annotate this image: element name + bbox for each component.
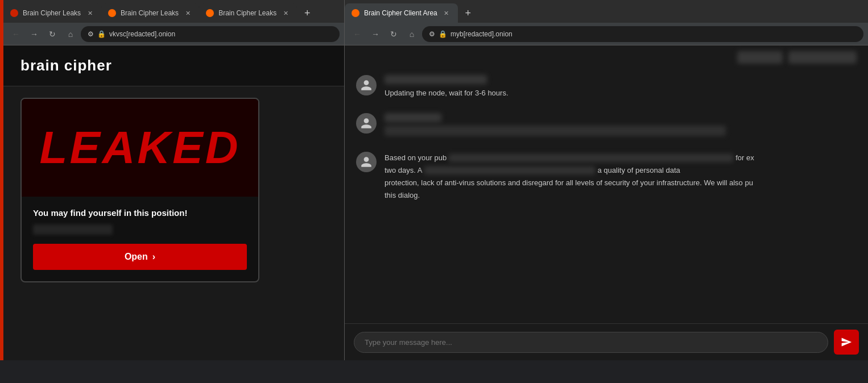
lock-icon-right: 🔒 — [439, 30, 447, 38]
tab-label-4: Brain Cipher Client Area — [364, 9, 437, 17]
forward-button-right[interactable]: → — [367, 26, 383, 42]
message-bubble-3: Based on your pubfor ex two days. Aa qua… — [385, 152, 754, 202]
header-blur-1 — [737, 51, 783, 64]
left-browser-window: Brain Cipher Leaks ✕ Brain Cipher Leaks … — [3, 0, 345, 360]
leaked-text: LEAKED — [40, 122, 241, 174]
right-nav-bar: ← → ↻ ⌂ ⚙ 🔒 myb[redacted].onion — [345, 23, 868, 45]
address-text-left: vkvsc[redacted].onion — [109, 30, 333, 38]
avatar-3 — [356, 152, 377, 172]
site-title: brain cipher — [20, 57, 112, 74]
tab-favicon-3 — [206, 9, 214, 17]
message-bubble-2 — [385, 113, 726, 138]
header-blur-2 — [788, 51, 857, 64]
tab-label-1: Brain Cipher Leaks — [23, 9, 81, 17]
back-button-right[interactable]: ← — [349, 26, 365, 42]
tab-favicon-1 — [10, 9, 18, 17]
open-button-label: Open — [125, 252, 148, 262]
chat-input-bar — [345, 323, 868, 360]
avatar-1 — [356, 75, 377, 95]
tab-close-4[interactable]: ✕ — [442, 9, 451, 18]
chat-input[interactable] — [354, 332, 828, 353]
tab-brain-cipher-leaks-1[interactable]: Brain Cipher Leaks ✕ — [3, 3, 101, 23]
chat-page: Updating the node, wait for 3-6 hours. — [345, 45, 868, 360]
left-tab-bar: Brain Cipher Leaks ✕ Brain Cipher Leaks … — [3, 0, 344, 23]
message-text-blur-2 — [385, 126, 726, 136]
send-icon — [841, 336, 852, 348]
message-text-1: Updating the node, wait for 3-6 hours. — [385, 88, 509, 99]
left-content: LEAKED You may find yourself in this pos… — [3, 86, 344, 294]
refresh-button-left[interactable]: ↻ — [44, 26, 60, 42]
message-row-2 — [356, 113, 857, 138]
refresh-button-right[interactable]: ↻ — [386, 26, 402, 42]
avatar-2 — [356, 113, 377, 134]
open-button[interactable]: Open › — [33, 244, 247, 270]
leak-card: LEAKED You may find yourself in this pos… — [20, 98, 259, 282]
message-text-3: Based on your pubfor ex two days. Aa qua… — [385, 152, 754, 202]
tab-label-2: Brain Cipher Leaks — [121, 9, 179, 17]
chat-header — [345, 45, 868, 69]
tab-close-2[interactable]: ✕ — [183, 9, 192, 18]
address-bar-right[interactable]: ⚙ 🔒 myb[redacted].onion — [422, 26, 863, 42]
back-button-left[interactable]: ← — [8, 26, 24, 42]
tab-close-1[interactable]: ✕ — [85, 9, 94, 18]
right-tab-bar: Brain Cipher Client Area ✕ + — [345, 0, 868, 23]
tab-brain-cipher-leaks-3[interactable]: Brain Cipher Leaks ✕ — [199, 3, 297, 23]
left-nav-bar: ← → ↻ ⌂ ⚙ 🔒 vkvsc[redacted].onion — [3, 23, 344, 45]
tab-close-3[interactable]: ✕ — [281, 9, 290, 18]
home-button-right[interactable]: ⌂ — [404, 26, 420, 42]
left-page-content: brain cipher LEAKED You may find yoursel… — [3, 45, 344, 360]
address-text-right: myb[redacted].onion — [450, 30, 857, 38]
message-row-3: Based on your pubfor ex two days. Aa qua… — [356, 152, 857, 202]
right-browser-window: Brain Cipher Client Area ✕ + ← → ↻ ⌂ ⚙ 🔒… — [345, 0, 868, 360]
tab-brain-cipher-client-area[interactable]: Brain Cipher Client Area ✕ — [345, 3, 458, 23]
chat-messages: Updating the node, wait for 3-6 hours. — [345, 69, 868, 323]
site-header: brain cipher — [3, 45, 344, 86]
message-row-1: Updating the node, wait for 3-6 hours. — [356, 75, 857, 99]
forward-button-left[interactable]: → — [26, 26, 42, 42]
message-meta-blur-2 — [385, 113, 441, 122]
card-url-blur — [33, 224, 113, 235]
tab-favicon-4 — [352, 9, 359, 17]
home-button-left[interactable]: ⌂ — [63, 26, 78, 42]
tab-brain-cipher-leaks-2[interactable]: Brain Cipher Leaks ✕ — [101, 3, 199, 23]
user-icon-2 — [360, 117, 373, 130]
address-bar-left[interactable]: ⚙ 🔒 vkvsc[redacted].onion — [81, 26, 340, 42]
lock-icon-left: 🔒 — [97, 30, 106, 38]
card-body: You may find yourself in this position! … — [22, 197, 258, 281]
message-meta-blur-1 — [385, 75, 487, 84]
message-bubble-1: Updating the node, wait for 3-6 hours. — [385, 75, 509, 99]
user-icon-3 — [360, 156, 373, 168]
tab-favicon-2 — [108, 9, 116, 17]
leaked-banner: LEAKED — [22, 99, 258, 197]
new-tab-button-right[interactable]: + — [460, 5, 476, 21]
new-tab-button-left[interactable]: + — [299, 5, 315, 21]
settings-icon-left: ⚙ — [88, 30, 94, 38]
card-subtitle: You may find yourself in this position! — [33, 208, 247, 218]
settings-icon-right: ⚙ — [429, 30, 435, 38]
send-button[interactable] — [834, 330, 859, 355]
tab-label-3: Brain Cipher Leaks — [218, 9, 276, 17]
user-icon-1 — [360, 79, 373, 91]
open-button-arrow: › — [152, 252, 155, 262]
